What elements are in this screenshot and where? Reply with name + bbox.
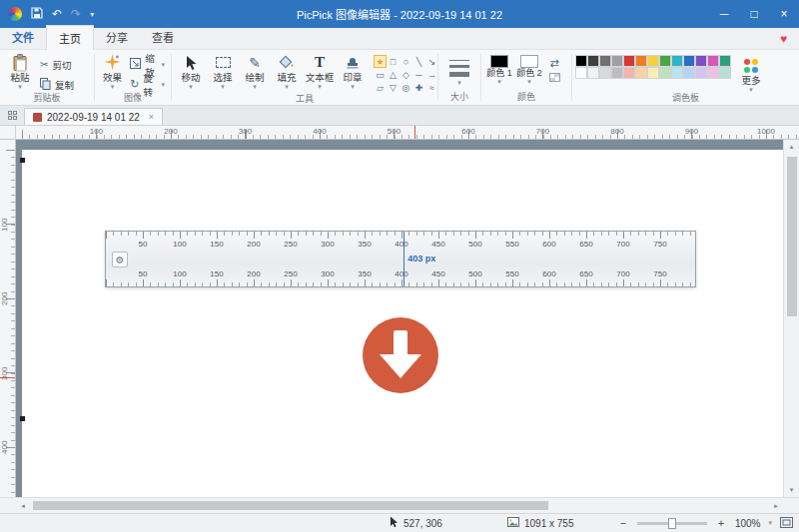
fit-to-window-icon[interactable] [780,517,793,530]
scroll-left-icon[interactable]: ◂ [16,498,30,513]
swap-colors-icon[interactable]: ⇄ [549,58,558,69]
shape-option-1[interactable]: □ [387,55,400,68]
tool-draw-button[interactable]: ✎ 绘制 ▾ [239,52,271,90]
palette-color-1-8[interactable] [671,67,683,79]
zoom-out-button[interactable]: − [617,517,629,529]
h-scroll-thumb[interactable] [33,501,548,510]
shape-option-12[interactable]: ◎ [400,81,412,94]
tab-home[interactable]: 主页 [46,25,94,50]
shape-option-5[interactable]: ▭ [374,68,387,81]
palette-color-1-2[interactable] [599,67,611,79]
scroll-right-icon[interactable]: ▸ [769,498,783,513]
palette-color-0-7[interactable] [659,55,671,67]
captured-ruler-label: 600 [540,269,558,278]
palette-color-0-8[interactable] [671,55,683,67]
zoom-slider[interactable] [637,522,707,525]
shape-option-13[interactable]: ✚ [412,81,425,94]
shape-option-11[interactable]: ▽ [387,81,400,94]
h-ruler-label: 800 [605,127,629,136]
favorite-heart-icon[interactable]: ♥ [780,32,787,46]
close-tab-icon[interactable]: × [149,112,154,122]
palette-color-1-10[interactable] [695,67,707,79]
captured-ruler-label: 450 [429,240,447,249]
more-colors-button[interactable]: 更多 ▾ [731,55,771,93]
tool-fill-button[interactable]: 填充 ▾ [271,52,303,90]
stamp-icon [346,53,360,72]
maximize-button[interactable]: □ [739,0,769,28]
minimize-button[interactable]: ─ [709,0,739,28]
palette-color-1-6[interactable] [647,67,659,79]
group-label-clipboard: 剪贴板 [0,93,94,105]
zoom-slider-thumb[interactable] [668,518,676,529]
zoom-in-button[interactable]: + [715,517,727,529]
palette-color-0-0[interactable] [575,55,587,67]
palette-color-1-1[interactable] [587,67,599,79]
horizontal-scrollbar[interactable]: ◂ ▸ [16,498,783,513]
document-tab[interactable]: 2022-09-19 14 01 22 × [24,108,163,125]
captured-ruler-label: 200 [245,240,263,249]
captured-ruler-label: 750 [651,269,669,278]
group-label-palette: 调色板 [572,93,799,105]
canvas-viewport[interactable]: 5050100100150150200200250250300300350350… [16,140,783,497]
tab-share[interactable]: 分享 [94,25,140,49]
image-size-indicator: 1091 x 755 [507,514,574,532]
scroll-up-icon[interactable]: ▴ [784,140,799,154]
effects-button[interactable]: 效果 ▾ [98,52,127,90]
palette-color-1-12[interactable] [719,67,731,79]
shape-option-6[interactable]: △ [387,68,400,81]
shape-option-10[interactable]: ▱ [374,81,387,94]
zoom-dropdown-icon[interactable]: ▾ [768,519,772,527]
palette-color-0-11[interactable] [707,55,719,67]
vertical-scrollbar[interactable]: ▴ ▾ [783,140,799,497]
palette-color-1-9[interactable] [683,67,695,79]
palette-color-1-5[interactable] [635,67,647,79]
shape-option-7[interactable]: ◇ [400,68,412,81]
palette-color-1-4[interactable] [623,67,635,79]
transparency-icon[interactable] [549,73,560,82]
palette-color-0-1[interactable] [587,55,599,67]
shape-option-0[interactable]: ★ [374,55,387,68]
palette-color-0-3[interactable] [611,55,623,67]
zoom-percent[interactable]: 100% [735,518,761,529]
tool-textbox-button[interactable]: T 文本框 ▾ [303,52,337,90]
palette-color-0-5[interactable] [635,55,647,67]
tool-move-button[interactable]: 移动 ▾ [175,52,207,90]
tab-file[interactable]: 文件 [0,25,46,49]
close-button[interactable]: × [769,0,799,28]
scroll-down-icon[interactable]: ▾ [784,483,799,497]
copy-button[interactable]: 复制 [37,76,77,93]
palette-color-1-7[interactable] [659,67,671,79]
tool-stamp-button[interactable]: 印章 ▾ [337,52,369,90]
tab-view[interactable]: 查看 [140,25,186,49]
shape-option-3[interactable]: ╲ [412,55,425,68]
palette-color-0-12[interactable] [719,55,731,67]
canvas-page[interactable]: 5050100100150150200200250250300300350350… [22,150,783,497]
chevron-down-icon: ▾ [318,83,322,90]
tool-select-button[interactable]: 选择 ▾ [207,52,239,90]
paste-button[interactable]: 粘贴 ▾ [3,52,37,90]
shape-option-8[interactable]: ─ [412,68,425,81]
palette-color-0-4[interactable] [623,55,635,67]
rotate-button[interactable]: ↻ 旋转 ▾ [127,76,168,93]
v-scroll-thumb[interactable] [787,157,797,316]
shape-option-2[interactable]: ○ [400,55,412,68]
palette-color-0-2[interactable] [599,55,611,67]
palette-color-0-9[interactable] [683,55,695,67]
vertical-ruler: 100200300400 [0,140,16,497]
line-width-button[interactable]: ▾ [442,52,476,86]
palette-color-1-3[interactable] [611,67,623,79]
redo-icon[interactable]: ↷ [71,8,81,20]
save-icon[interactable] [31,7,43,21]
canvas-resize-handle[interactable] [20,158,25,163]
palette-color-1-11[interactable] [707,67,719,79]
color1-button[interactable]: 颜色 1 ▾ [484,52,514,85]
palette-color-1-0[interactable] [575,67,587,79]
palette-color-0-10[interactable] [695,55,707,67]
canvas-resize-handle[interactable] [20,416,25,421]
palette-color-0-6[interactable] [647,55,659,67]
color2-button[interactable]: 颜色 2 ▾ [514,52,544,85]
pages-grid-button[interactable] [0,106,24,125]
qat-dropdown-icon[interactable]: ▾ [90,10,94,19]
cut-button[interactable]: ✂ 剪切 [37,56,77,73]
undo-icon[interactable]: ↶ [52,8,62,20]
